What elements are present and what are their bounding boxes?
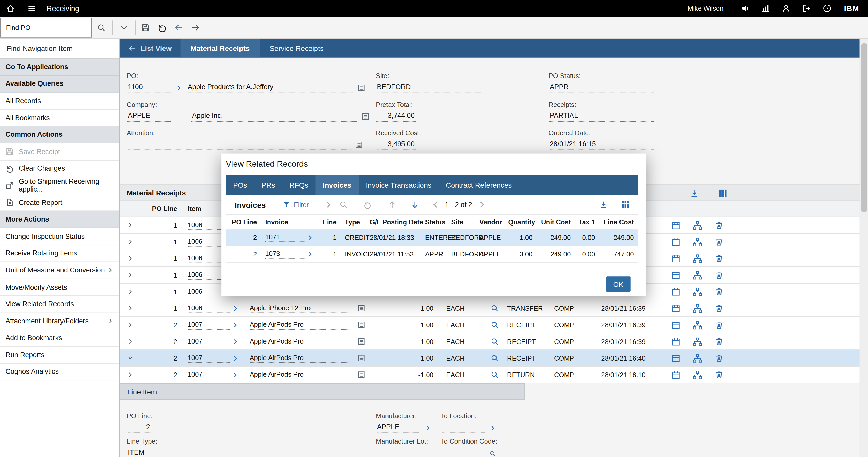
- col-line[interactable]: Line: [318, 218, 337, 226]
- cell-invoice[interactable]: 1073: [257, 249, 302, 258]
- row-delete-icon[interactable]: [715, 320, 723, 329]
- sidebar-item[interactable]: Unit of Measure and Conversion: [0, 262, 119, 279]
- search-options-chevron-icon[interactable]: [115, 18, 133, 37]
- dialog-tab[interactable]: Contract References: [439, 175, 519, 195]
- sidebar-item[interactable]: Receive Rotating Items: [0, 245, 119, 262]
- logout-icon[interactable]: [799, 0, 814, 17]
- item-goto-chevron-icon[interactable]: [230, 338, 240, 345]
- po-description[interactable]: Apple Products for A.Jeffery: [187, 82, 352, 93]
- row-flow-icon[interactable]: [693, 237, 702, 246]
- item-goto-chevron-icon[interactable]: [230, 371, 240, 378]
- cell-quantity[interactable]: 1.00: [367, 305, 435, 312]
- receipt-row[interactable]: 2 1007 Apple AirPods Pro 1.00 EACH RECEI…: [120, 350, 860, 367]
- line-type-value[interactable]: ITEM: [127, 448, 171, 457]
- cell-unit[interactable]: EACH: [435, 371, 485, 379]
- row-delete-icon[interactable]: [715, 254, 723, 263]
- po-description-detail-icon[interactable]: [357, 84, 365, 93]
- save-receipt-icon[interactable]: [137, 18, 154, 37]
- col-po-line[interactable]: PO Line: [141, 205, 177, 213]
- company-detail-icon[interactable]: [362, 112, 370, 122]
- home-icon[interactable]: [0, 0, 21, 17]
- next-record-icon[interactable]: [187, 18, 204, 37]
- item-goto-chevron-icon[interactable]: [230, 355, 240, 362]
- cell-unit[interactable]: EACH: [435, 305, 485, 312]
- row-flow-icon[interactable]: [693, 221, 702, 230]
- sidebar-item[interactable]: Go to Shipment Receiving applic...: [0, 177, 119, 194]
- col-unit-cost[interactable]: Unit Cost: [532, 218, 571, 226]
- row-flow-icon[interactable]: [693, 353, 702, 362]
- dialog-refresh-icon[interactable]: [363, 201, 371, 209]
- description-detail-icon[interactable]: [355, 304, 367, 312]
- cell-item[interactable]: 1007: [177, 337, 230, 346]
- lookup-magnifier-icon[interactable]: [485, 354, 504, 362]
- dialog-filter-icon[interactable]: [282, 201, 291, 209]
- to-condition-lookup-icon[interactable]: [489, 450, 496, 457]
- col-po-line[interactable]: PO Line: [226, 218, 257, 226]
- row-flow-icon[interactable]: [693, 370, 702, 379]
- manufacturer-goto-chevron-icon[interactable]: [425, 425, 431, 433]
- search-icon[interactable]: [92, 18, 111, 37]
- dialog-filter-label[interactable]: Filter: [294, 201, 309, 208]
- row-expand-chevron-icon[interactable]: [120, 338, 141, 345]
- dialog-column-settings-icon[interactable]: [621, 201, 629, 209]
- invoice-row[interactable]: 2 1071 1 CREDIT 28/01/21 18:33 ENTERED B…: [226, 229, 638, 246]
- previous-record-icon[interactable]: [170, 18, 187, 37]
- dialog-tab[interactable]: PRs: [254, 175, 282, 195]
- row-date-icon[interactable]: [672, 370, 680, 379]
- dialog-tab[interactable]: Invoice Transactions: [359, 175, 439, 195]
- received-cost-value[interactable]: 3,495.00: [376, 140, 416, 150]
- scrollbar-thumb[interactable]: [861, 43, 867, 212]
- vertical-scrollbar[interactable]: [860, 39, 868, 457]
- cell-quantity[interactable]: 1.00: [367, 354, 435, 362]
- tab-material-receipts[interactable]: Material Receipts: [181, 39, 259, 58]
- row-flow-icon[interactable]: [693, 254, 702, 263]
- dialog-search-icon[interactable]: [339, 201, 347, 209]
- cell-description[interactable]: Apple iPhone 12 Pro: [240, 304, 355, 313]
- row-date-icon[interactable]: [672, 320, 680, 329]
- line-po-line-value[interactable]: 2: [127, 423, 151, 433]
- column-settings-icon[interactable]: [718, 189, 727, 198]
- attention-detail-ic[interactable]: [355, 141, 363, 150]
- receipt-row[interactable]: 1 1006 Apple iPhone 12 Pro 1.00 EACH TRA…: [120, 300, 860, 317]
- col-invoice[interactable]: Invoice: [257, 218, 302, 226]
- row-expand-chevron-icon[interactable]: [120, 272, 141, 278]
- sidebar-item[interactable]: Go To Applications: [0, 59, 119, 76]
- cell-description[interactable]: Apple AirPods Pro: [240, 337, 355, 346]
- cell-item[interactable]: 1007: [177, 320, 230, 330]
- sidebar-item[interactable]: Attachment Library/Folders: [0, 313, 119, 330]
- to-location-goto-chevron-icon[interactable]: [489, 425, 496, 433]
- row-date-icon[interactable]: [672, 254, 680, 263]
- site-value[interactable]: BEDFORD: [376, 82, 481, 93]
- row-date-icon[interactable]: [672, 353, 680, 362]
- manufacturer-value[interactable]: APPLE: [376, 423, 420, 433]
- pretax-value[interactable]: 3,744.00: [376, 111, 416, 122]
- row-date-icon[interactable]: [672, 287, 680, 296]
- invoice-goto-chevron-icon[interactable]: [302, 251, 318, 257]
- row-date-icon[interactable]: [672, 237, 680, 246]
- back-to-list-view[interactable]: List View: [120, 39, 181, 58]
- cell-description[interactable]: Apple AirPods Pro: [240, 370, 355, 379]
- hamburger-menu-icon[interactable]: [21, 0, 42, 17]
- cell-unit[interactable]: EACH: [435, 338, 485, 345]
- po-value[interactable]: 1100: [127, 82, 171, 93]
- lookup-magnifier-icon[interactable]: [485, 337, 504, 346]
- row-delete-icon[interactable]: [715, 237, 723, 246]
- lookup-magnifier-icon[interactable]: [485, 304, 504, 312]
- row-delete-icon[interactable]: [715, 287, 723, 296]
- find-po-input[interactable]: [0, 18, 92, 37]
- row-delete-icon[interactable]: [715, 337, 723, 346]
- export-download-icon[interactable]: [690, 189, 699, 198]
- row-expand-chevron-icon[interactable]: [120, 305, 141, 312]
- receipt-row[interactable]: 2 1007 Apple AirPods Pro -1.00 EACH RETU…: [120, 367, 860, 383]
- col-quantity[interactable]: Quantity: [508, 218, 532, 226]
- sidebar-item[interactable]: Add to Bookmarks: [0, 330, 119, 347]
- cell-description[interactable]: Apple AirPods Pro: [240, 353, 355, 363]
- sidebar-item[interactable]: More Actions: [0, 211, 119, 228]
- to-location-value[interactable]: [441, 423, 485, 433]
- tab-service-receipts[interactable]: Service Receipts: [259, 39, 334, 58]
- dialog-tab[interactable]: POs: [226, 175, 254, 195]
- row-delete-icon[interactable]: [715, 304, 723, 313]
- to-condition-value[interactable]: [441, 448, 485, 457]
- company-description[interactable]: Apple Inc.: [191, 111, 357, 122]
- receipts-value[interactable]: PARTIAL: [549, 111, 654, 122]
